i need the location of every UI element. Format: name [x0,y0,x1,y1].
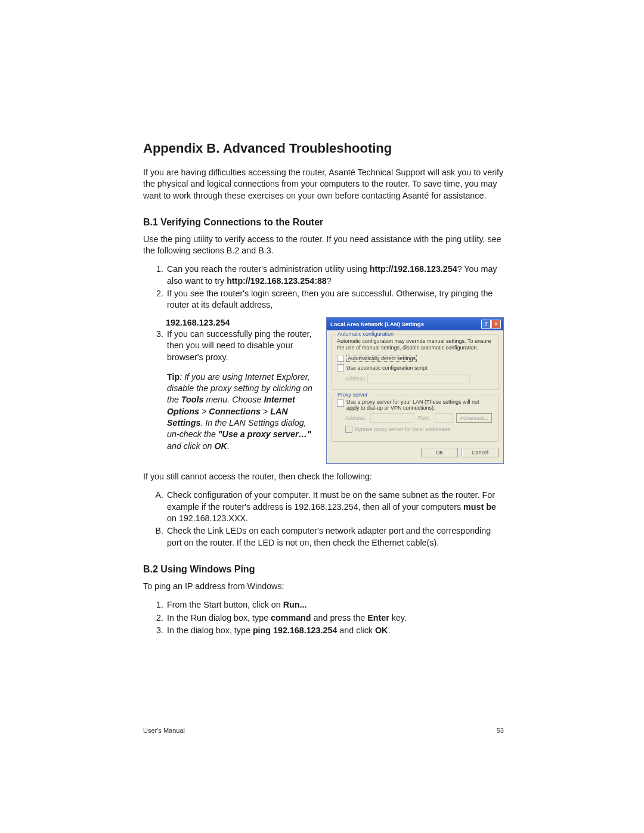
b1-item-2: If you see the router's login screen, th… [166,288,504,311]
intro-paragraph: If you are having difficulties accessing… [143,167,504,202]
content-left-col: 192.168.123.254 If you can successfully … [143,317,322,452]
dialog-body: Automatic configuration Automatic config… [327,330,503,464]
auto-detect-checkbox[interactable] [337,355,344,362]
dialog-title-bar: Local Area Network (LAN) Settings ? × [327,318,503,330]
ok-button[interactable]: OK [421,448,458,457]
script-address-label: Address [345,376,365,382]
proxy-legend: Proxy server [336,392,370,398]
auto-script-label: Use automatic configuration script [346,365,428,371]
auto-script-checkbox[interactable] [337,364,344,371]
auto-script-row[interactable]: Use automatic configuration script [337,364,493,371]
auto-config-legend: Automatic configuration [336,331,395,337]
use-proxy-label: Use a proxy server for your LAN (These s… [346,399,493,411]
proxy-address-label: Address: [345,415,367,421]
dialog-title: Local Area Network (LAN) Settings [330,321,424,327]
proxy-address-input [370,413,414,423]
bypass-checkbox [345,426,352,433]
auto-config-text: Automatic configuration may override man… [337,338,493,352]
b1-item-b: Check the Link LEDs on each computer's n… [166,525,504,549]
bypass-row: Bypass proxy server for local addresses [345,426,493,433]
auto-config-fieldset: Automatic configuration Automatic config… [332,334,499,391]
b1-item-a: Check configuration of your computer. It… [166,490,504,524]
section-b2-title: B.2 Using Windows Ping [143,564,504,575]
appendix-heading: Appendix B. Advanced Troubleshooting [143,141,504,156]
advanced-button: Advanced... [456,413,492,423]
b1-list: Can you reach the router's administratio… [143,264,504,311]
b2-intro: To ping an IP address from Windows: [143,581,504,592]
b2-list: From the Start button, click on Run... I… [143,599,504,636]
page-content: Appendix B. Advanced Troubleshooting If … [143,141,504,642]
b2-item-1: From the Start button, click on Run... [166,599,504,611]
script-address-row: Address [345,374,493,383]
lan-settings-dialog: Local Area Network (LAN) Settings ? × Au… [326,317,504,465]
tip-block: Tip: If you are using Internet Explorer,… [167,371,316,452]
b1-alpha-list: Check configuration of your computer. It… [143,490,504,548]
b1-intro: Use the ping utility to verify access to… [143,234,504,257]
auto-detect-label: Automatically detect settings [346,355,417,362]
close-icon[interactable]: × [491,320,501,329]
section-b1-title: B.1 Verifying Connections to the Router [143,217,504,228]
b1-item-1: Can you reach the router's administratio… [166,264,504,287]
auto-detect-row[interactable]: Automatically detect settings [337,355,493,362]
proxy-port-label: Port: [418,415,431,421]
help-icon[interactable]: ? [481,320,491,329]
proxy-port-input [435,413,453,423]
footer-left: User's Manual [143,727,185,734]
footer-page-number: 53 [497,727,504,734]
proxy-address-row: Address: Port: Advanced... [345,413,493,423]
default-address: 192.168.123.254 [166,318,230,327]
content-row: 192.168.123.254 If you can successfully … [143,317,504,465]
after-tip-paragraph: If you still cannot access the router, t… [143,471,504,482]
proxy-fieldset: Proxy server Use a proxy server for your… [332,395,499,442]
b2-item-3: In the dialog box, type ping 192.168.123… [166,625,504,636]
page-footer: User's Manual 53 [143,727,504,734]
use-proxy-checkbox[interactable] [337,400,344,407]
cancel-button[interactable]: Cancel [462,448,499,457]
b2-item-2: In the Run dialog box, type command and … [166,612,504,624]
script-address-input [367,374,470,383]
b1-item-3: If you can successfully ping the router,… [166,329,316,363]
bypass-label: Bypass proxy server for local addresses [355,426,450,432]
use-proxy-row[interactable]: Use a proxy server for your LAN (These s… [337,399,493,411]
dialog-actions: OK Cancel [332,447,499,459]
b1-item-3-list: If you can successfully ping the router,… [143,329,316,363]
